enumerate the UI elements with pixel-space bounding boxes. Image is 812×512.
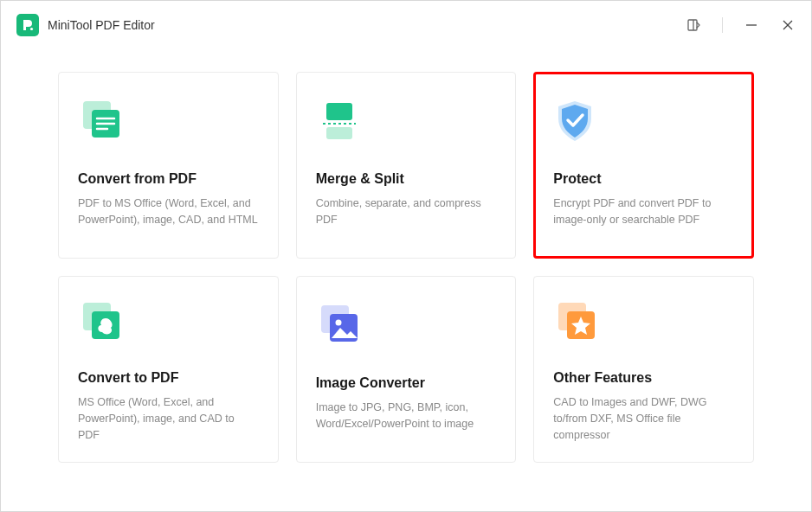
svg-point-17 — [335, 320, 341, 326]
titlebar-left: MiniTool PDF Editor — [16, 14, 155, 36]
protect-shield-icon — [553, 95, 734, 147]
svg-point-0 — [30, 28, 33, 30]
app-title: MiniTool PDF Editor — [48, 18, 155, 32]
svg-rect-10 — [326, 103, 352, 120]
card-title: Merge & Split — [316, 171, 497, 187]
card-desc: PDF to MS Office (Word, Excel, and Power… — [78, 195, 259, 228]
svg-rect-1 — [688, 20, 697, 30]
close-button[interactable] — [780, 17, 796, 33]
minimize-button[interactable] — [744, 17, 759, 33]
card-convert-to-pdf[interactable]: Convert to PDF MS Office (Word, Excel, a… — [58, 276, 279, 463]
svg-rect-12 — [326, 127, 352, 139]
card-convert-from-pdf[interactable]: Convert from PDF PDF to MS Office (Word,… — [58, 72, 279, 259]
card-image-converter[interactable]: Image Converter Image to JPG, PNG, BMP, … — [296, 276, 517, 463]
app-window: MiniTool PDF Editor — [0, 0, 812, 512]
titlebar-right — [686, 17, 796, 33]
card-title: Convert from PDF — [78, 171, 259, 187]
card-desc: Combine, separate, and compress PDF — [316, 195, 497, 228]
card-desc: MS Office (Word, Excel, and PowerPoint),… — [78, 394, 259, 443]
window-action-icon[interactable] — [686, 17, 701, 33]
convert-to-pdf-icon — [78, 299, 259, 346]
card-protect[interactable]: Protect Encrypt PDF and convert PDF to i… — [533, 72, 754, 259]
image-converter-icon — [316, 299, 497, 351]
card-desc: Image to JPG, PNG, BMP, icon, Word/Excel… — [316, 400, 497, 432]
titlebar: MiniTool PDF Editor — [1, 1, 811, 49]
convert-from-pdf-icon — [78, 95, 259, 147]
divider — [722, 17, 723, 33]
content-area: Convert from PDF PDF to MS Office (Word,… — [1, 49, 811, 511]
card-title: Image Converter — [316, 375, 497, 391]
card-desc: Encrypt PDF and convert PDF to image-onl… — [553, 195, 734, 228]
card-merge-split[interactable]: Merge & Split Combine, separate, and com… — [296, 72, 517, 259]
app-logo — [16, 14, 39, 36]
card-grid: Convert from PDF PDF to MS Office (Word,… — [58, 72, 754, 463]
card-other-features[interactable]: Other Features CAD to Images and DWF, DW… — [533, 276, 754, 463]
card-desc: CAD to Images and DWF, DWG to/from DXF, … — [553, 394, 734, 443]
card-title: Other Features — [553, 370, 734, 386]
other-features-star-icon — [553, 299, 734, 346]
merge-split-icon — [316, 95, 497, 147]
card-title: Convert to PDF — [78, 370, 259, 386]
card-title: Protect — [553, 171, 734, 187]
